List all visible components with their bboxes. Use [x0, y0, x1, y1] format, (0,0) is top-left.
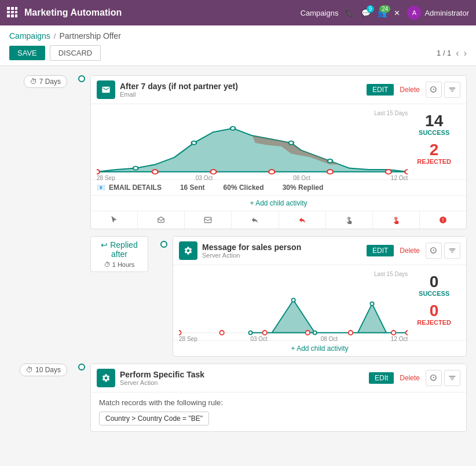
x-label-1-1: 03 Oct — [196, 175, 213, 181]
delete-button-1[interactable]: Delete — [396, 84, 423, 96]
chart-icon-btn-2[interactable] — [426, 243, 442, 259]
chat-icon[interactable]: 💬 9 — [361, 9, 371, 17]
admin-label: Administrator — [424, 9, 469, 17]
card-actions-1: EDIT Delete — [367, 82, 460, 98]
delete-button-2[interactable]: Delete — [396, 245, 423, 256]
svg-point-18 — [152, 170, 158, 174]
delay-text-1: 7 Days — [39, 78, 61, 86]
settings-icon[interactable]: ✕ — [394, 9, 400, 17]
add-child-2[interactable]: + Add child activity — [173, 340, 466, 356]
card-subtitle-3: Server Action — [120, 379, 369, 386]
card-title-1: After 7 days (if not partner yet) — [120, 82, 367, 91]
replied-detail: 30% Replied — [283, 184, 324, 192]
card-header-2: Message for sales person Server Action E… — [173, 237, 466, 265]
phone-icon[interactable]: 📞 — [345, 9, 354, 17]
svg-point-35 — [349, 331, 353, 335]
activity-card-3: Perform Specific Task Server Action EDIt… — [90, 364, 467, 432]
card-header-1: After 7 days (if not partner yet) Email … — [91, 76, 466, 104]
icon-envelope-open[interactable] — [138, 211, 185, 229]
chart-x-labels-1: 28 Sep 03 Oct 08 Oct 12 Oct — [97, 175, 408, 181]
trigger-time-text: 1 Hours — [112, 261, 135, 268]
success-num-2: 0 — [430, 274, 439, 290]
chart-icon-btn-1[interactable] — [426, 82, 442, 98]
prev-page-button[interactable]: ‹ — [456, 48, 459, 58]
svg-point-19 — [210, 170, 216, 174]
filter-icon-btn-2[interactable] — [444, 243, 460, 259]
main-content: ⏱ 7 Days After 7 days (if not partner ye… — [0, 66, 476, 448]
clock-icon-3: ⏱ — [26, 366, 33, 374]
icon-warning[interactable] — [420, 211, 466, 229]
replied-after-wrapper: ↩ Replied after ⏱ 1 Hours — [90, 236, 148, 272]
activity-icons-1 — [91, 211, 466, 229]
chart-icon-btn-3[interactable] — [426, 370, 442, 386]
edit-button-2[interactable]: EDIT — [367, 245, 394, 256]
chart-last-days-2: Last 15 Days — [179, 271, 408, 277]
edit-button-1[interactable]: EDIT — [367, 84, 394, 96]
next-page-button[interactable]: › — [464, 48, 467, 58]
svg-point-15 — [328, 159, 332, 163]
svg-rect-1 — [11, 7, 14, 10]
app-title: Marketing Automation — [24, 8, 294, 18]
card-title-area-3: Perform Specific Task Server Action — [120, 370, 369, 386]
admin-avatar: A — [407, 6, 421, 20]
card-title-3: Perform Specific Task — [120, 370, 369, 379]
icon-envelope-closed[interactable] — [185, 211, 232, 229]
svg-point-23 — [405, 170, 408, 174]
nav-icons: 📞 💬 9 👥 24 ✕ A Administrator — [345, 6, 469, 20]
delay-label-3: ⏱ 10 Days — [9, 364, 73, 376]
reply-arrow-icon: ↩ Replied after — [97, 240, 142, 259]
x-label-2-1: 03 Oct — [250, 336, 267, 342]
activity-icon[interactable]: 👥 24 — [378, 9, 387, 17]
delay-label-1: ⏱ 7 Days — [9, 75, 73, 88]
rejected-label-2: REJECTED — [417, 319, 451, 326]
icon-reply[interactable] — [232, 211, 279, 229]
edit-button-3[interactable]: EDIt — [369, 372, 394, 384]
svg-rect-6 — [7, 14, 10, 17]
email-details-label: EMAIL DETAILS — [109, 184, 162, 192]
svg-point-20 — [269, 170, 274, 174]
svg-point-36 — [391, 331, 396, 335]
admin-menu[interactable]: A Administrator — [407, 6, 469, 20]
connector-3 — [73, 364, 90, 370]
card-actions-3: EDIt Delete — [369, 370, 460, 386]
svg-rect-0 — [7, 7, 10, 10]
gear-icon-2 — [179, 241, 197, 260]
replied-after-label: ↩ Replied after ⏱ 1 Hours — [90, 236, 148, 272]
icon-cursor[interactable] — [91, 211, 138, 229]
icon-hand-red[interactable] — [373, 211, 420, 229]
svg-point-34 — [306, 331, 310, 335]
svg-rect-24 — [204, 217, 211, 222]
breadcrumb-current: Partnership Offer — [59, 31, 120, 41]
save-button[interactable]: SAVE — [9, 46, 45, 60]
discard-button[interactable]: DISCARD — [50, 45, 101, 61]
chart-area-2: Last 15 Days — [173, 265, 466, 340]
pagination: 1 / 1 ‹ › — [437, 48, 467, 58]
svg-point-32 — [219, 331, 224, 335]
svg-point-14 — [289, 141, 294, 145]
icon-reply-red[interactable] — [279, 211, 326, 229]
filter-icon-btn-1[interactable] — [444, 82, 460, 98]
delete-button-3[interactable]: Delete — [396, 372, 423, 384]
top-nav: Marketing Automation Campaigns 📞 💬 9 👥 2… — [0, 0, 476, 25]
grid-icon[interactable] — [7, 7, 17, 19]
clicked-detail: 60% Clicked — [224, 184, 264, 192]
chart-container-1: Last 15 Days — [97, 110, 408, 174]
add-child-1[interactable]: + Add child activity — [91, 195, 466, 211]
chart-area-1: Last 15 Days — [91, 104, 466, 179]
chart-stats-2: 0 SUCCESS 0 REJECTED — [408, 271, 460, 335]
chart-container-2: Last 15 Days — [179, 271, 408, 335]
card-header-3: Perform Specific Task Server Action EDIt… — [91, 364, 466, 392]
activity-row-3: ⏱ 10 Days Perform Specific Task Server A… — [9, 364, 467, 432]
chart-last-days-1: Last 15 Days — [97, 110, 408, 116]
icon-hand[interactable] — [326, 211, 373, 229]
svg-rect-4 — [11, 11, 14, 13]
x-label-1-0: 28 Sep — [97, 175, 115, 181]
sub-flow-content: ↩ Replied after ⏱ 1 Hours Message — [90, 236, 467, 357]
svg-point-11 — [133, 166, 138, 170]
breadcrumb-campaigns[interactable]: Campaigns — [9, 31, 50, 41]
filter-icon-btn-3[interactable] — [444, 370, 460, 386]
success-label-2: SUCCESS — [419, 290, 449, 297]
activity-row-1: ⏱ 7 Days After 7 days (if not partner ye… — [9, 75, 467, 229]
nav-campaigns[interactable]: Campaigns — [301, 9, 339, 17]
svg-point-22 — [386, 170, 391, 174]
